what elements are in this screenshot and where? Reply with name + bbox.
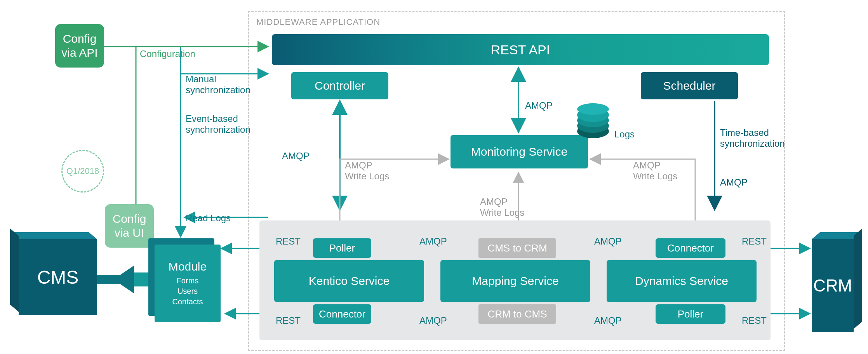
crm-cube: CRM <box>812 239 854 332</box>
crm-to-cms-box: CRM to CMS <box>478 304 556 324</box>
cms-to-crm-label: CMS to CRM <box>487 242 547 254</box>
module-sub-contacts: Contacts <box>172 297 203 307</box>
cms-cube: CMS <box>19 239 97 315</box>
mapping-service-box: Mapping Service <box>440 260 590 302</box>
write-logs-center-label: AMQP Write Logs <box>480 196 524 218</box>
kentico-poller-box: Poller <box>313 238 371 258</box>
amqp-controller-label: AMQP <box>282 151 310 161</box>
module-title: Module <box>169 260 207 273</box>
configuration-label: Configuration <box>140 49 195 59</box>
dynamics-poller-box: Poller <box>656 304 725 324</box>
crm-label: CRM <box>813 276 852 295</box>
controller-box: Controller <box>291 72 388 99</box>
dynamics-connector-label: Connector <box>667 242 714 254</box>
svg-marker-0 <box>97 266 134 293</box>
logs-database-icon <box>577 103 609 138</box>
kentico-service-box: Kentico Service <box>274 260 424 302</box>
module-sub-users: Users <box>172 286 203 297</box>
rest-api-bar: REST API <box>272 34 769 65</box>
kentico-connector-label: Connector <box>319 308 365 320</box>
scheduler-box: Scheduler <box>641 72 738 99</box>
amqp-label-1: AMQP <box>419 236 447 247</box>
manual-sync-label: Manual synchronization <box>186 74 250 95</box>
rest-label-2: REST <box>742 236 767 247</box>
amqp-label-4: AMQP <box>594 315 622 326</box>
module-sub-forms: Forms <box>172 276 203 286</box>
crm-to-cms-label: CRM to CMS <box>487 308 547 320</box>
write-logs-left-label: AMQP Write Logs <box>345 160 389 182</box>
rest-label-1: REST <box>276 236 301 247</box>
monitoring-label: Monitoring Service <box>471 145 567 158</box>
logs-label: Logs <box>614 129 635 140</box>
mapping-label: Mapping Service <box>472 274 558 288</box>
cms-module-connector-icon <box>97 264 155 295</box>
rest-api-label: REST API <box>491 42 550 57</box>
rest-label-4: REST <box>742 315 767 326</box>
rest-label-3: REST <box>276 315 301 326</box>
write-logs-right-label: AMQP Write Logs <box>633 160 677 182</box>
cms-label: CMS <box>37 267 79 288</box>
amqp-monitoring-label: AMQP <box>525 100 553 111</box>
dynamics-poller-label: Poller <box>678 308 703 320</box>
module-box: Module Forms Users Contacts <box>155 245 221 322</box>
time-sync-label: Time-based synchronization <box>720 127 785 149</box>
scheduler-label: Scheduler <box>663 79 715 92</box>
dynamics-connector-box: Connector <box>656 238 725 258</box>
config-via-api-box: Config via API <box>55 24 104 68</box>
amqp-scheduler-label: AMQP <box>720 177 748 188</box>
monitoring-service-box: Monitoring Service <box>451 135 588 168</box>
q1-2018-label: Q1/2018 <box>66 166 99 176</box>
read-logs-label: Read Logs <box>186 213 231 224</box>
kentico-connector-box: Connector <box>313 304 371 324</box>
kentico-poller-label: Poller <box>329 242 355 254</box>
config-api-label: Config via API <box>61 32 97 60</box>
controller-label: Controller <box>315 79 365 92</box>
amqp-label-2: AMQP <box>594 236 622 247</box>
dynamics-service-box: Dynamics Service <box>607 260 757 302</box>
event-sync-label: Event-based synchronization <box>186 113 250 135</box>
q1-2018-badge: Q1/2018 <box>61 150 104 193</box>
config-ui-label: Config via UI <box>113 212 146 240</box>
config-via-ui-box: Config via UI <box>105 204 154 248</box>
cms-to-crm-box: CMS to CRM <box>478 238 556 258</box>
dynamics-label: Dynamics Service <box>635 274 728 288</box>
amqp-label-3: AMQP <box>419 315 447 326</box>
kentico-label: Kentico Service <box>309 274 390 288</box>
